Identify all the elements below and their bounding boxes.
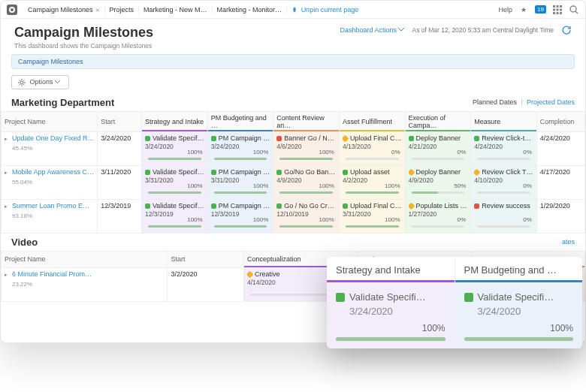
project-percent: 45.45% xyxy=(12,145,94,152)
completion-date: 1/29/2020 xyxy=(536,199,584,233)
zoom-task: Validate Specifi… xyxy=(349,291,426,303)
milestone-cell[interactable]: Upload asset4/2/2020100% xyxy=(343,168,402,197)
project-link[interactable]: 6 Minute Financial Promo Review for Micr… xyxy=(12,270,95,278)
help-link[interactable]: Help xyxy=(499,6,513,14)
milestone-cell[interactable]: PM Campaign P…12/3/2019100% xyxy=(211,202,270,231)
milestone-cell[interactable]: Populate Lists i…1/27/20200% xyxy=(409,202,468,231)
status-icon xyxy=(409,168,415,175)
notification-badge[interactable]: 19 xyxy=(535,5,546,14)
status-icon xyxy=(409,136,414,141)
zoom-col-header: Strategy and Intake xyxy=(327,257,455,282)
status-icon xyxy=(343,204,348,209)
stage-header[interactable]: Strategy and Intake xyxy=(142,111,208,131)
start-date: 3/11/2020 xyxy=(98,165,142,199)
chevron-down-icon xyxy=(55,80,60,84)
milestone-cell[interactable]: PM Campaign P…3/31/2020100% xyxy=(211,168,270,197)
status-icon xyxy=(145,170,150,175)
milestone-cell[interactable]: Validate Specifi…12/3/2019100% xyxy=(145,202,204,231)
progress-bar xyxy=(279,225,333,228)
progress-bar xyxy=(148,158,201,160)
dashboard-actions-menu[interactable]: Dashboard Actions xyxy=(340,26,404,34)
progress-bar xyxy=(214,158,267,160)
milestone-cell[interactable]: PM Campaign P…3/24/2020100% xyxy=(211,134,270,163)
progress-bar xyxy=(477,225,530,228)
milestone-cell[interactable]: Deploy Banner4/21/20200% xyxy=(409,134,468,163)
progress-bar xyxy=(214,225,267,228)
apps-icon[interactable] xyxy=(552,5,563,15)
expand-caret-icon[interactable]: ▸ xyxy=(5,272,8,278)
options-button[interactable]: Options xyxy=(11,75,69,89)
expand-caret-icon[interactable]: ▸ xyxy=(5,136,8,142)
project-link[interactable]: Summer Loan Promo Email xyxy=(12,202,95,210)
stage-header[interactable]: Measure xyxy=(471,111,537,131)
status-icon xyxy=(276,170,282,175)
completion-date: 4/17/2020 xyxy=(536,165,584,199)
milestone-table: Project NameStartStrategy and IntakePM B… xyxy=(1,111,585,234)
svg-rect-5 xyxy=(560,8,562,11)
progress-bar xyxy=(412,191,465,194)
tab-marketing-monitor[interactable]: Marketing - Monitor… xyxy=(213,6,288,14)
milestone-cell[interactable]: Validate Specifi…3/24/2020100% xyxy=(145,134,204,163)
zoom-percent: 100% xyxy=(422,323,446,333)
status-icon xyxy=(343,134,349,141)
status-icon xyxy=(474,204,479,209)
search-icon[interactable] xyxy=(569,5,579,15)
refresh-icon[interactable] xyxy=(561,25,572,35)
progress-bar xyxy=(346,225,399,228)
milestone-cell[interactable]: Review Click-th…4/24/20200% xyxy=(474,134,533,163)
svg-rect-7 xyxy=(557,12,559,14)
milestone-cell[interactable]: Go / No Go Cre…12/10/2019100% xyxy=(276,202,336,231)
status-icon xyxy=(474,168,480,175)
progress-bar xyxy=(412,225,465,228)
milestone-cell[interactable]: Go/No Go Bann…4/9/2020100% xyxy=(276,168,336,197)
project-link[interactable]: Mobile App Awareness Campaign xyxy=(12,168,95,176)
svg-rect-3 xyxy=(553,8,555,11)
progress-bar xyxy=(477,191,530,194)
milestone-cell[interactable]: Deploy Banner4/9/202050% xyxy=(409,168,468,197)
zoom-callout: Strategy and Intake Validate Specifi… 3/… xyxy=(327,257,582,348)
projected-dates-toggle[interactable]: ates xyxy=(562,238,575,246)
tab-projects[interactable]: Projects xyxy=(105,6,140,14)
stage-header[interactable]: Asset Fulfillment xyxy=(339,111,405,131)
zoom-percent: 100% xyxy=(550,323,573,333)
progress-bar xyxy=(279,191,333,194)
progress-bar xyxy=(279,158,333,160)
app-logo-icon xyxy=(7,5,17,15)
milestone-cell[interactable]: Upload Final Co…3/31/2020100% xyxy=(343,202,402,231)
stage-header[interactable]: Content Review an… xyxy=(273,111,340,131)
projected-dates-toggle[interactable]: Projected Dates xyxy=(527,98,575,106)
stage-header[interactable]: PM Budgeting and … xyxy=(207,111,273,131)
milestone-cell[interactable]: Review success0% xyxy=(474,202,533,231)
star-icon[interactable]: ★ xyxy=(518,5,529,15)
progress-bar xyxy=(346,191,399,194)
milestone-cell[interactable]: Banner Go / No…4/6/2020100% xyxy=(276,134,336,163)
milestone-cell[interactable]: Review Click Th…4/10/20200% xyxy=(474,168,533,197)
page-title: Campaign Milestones xyxy=(14,25,153,41)
svg-point-11 xyxy=(20,81,23,84)
gear-icon xyxy=(18,79,26,86)
status-square-icon xyxy=(464,293,473,302)
planned-dates-toggle[interactable]: Planned Dates xyxy=(473,98,522,106)
tab-marketing-new[interactable]: Marketing - New M… xyxy=(139,6,213,14)
unpin-link[interactable]: Unpin current page xyxy=(291,6,358,14)
expand-caret-icon[interactable]: ▸ xyxy=(5,170,8,176)
milestone-cell[interactable]: Validate Specifi…3/31/2020100% xyxy=(145,168,204,197)
milestone-cell[interactable]: Upload Final Co…4/13/20200% xyxy=(343,134,402,163)
col-start: Start xyxy=(168,251,244,267)
start-date: 3/24/2020 xyxy=(98,131,142,165)
tab-campaign-milestones[interactable]: Campaign Milestones xyxy=(23,6,105,14)
stage-header[interactable]: Execution of Campa… xyxy=(405,111,471,131)
status-icon xyxy=(145,136,150,141)
progress-bar xyxy=(214,191,267,194)
project-link[interactable]: Update One Day Fixed Rate Mortgage Banne… xyxy=(12,134,95,142)
status-icon xyxy=(276,204,282,209)
table-row: ▸Update One Day Fixed Rate Mortgage Bann… xyxy=(2,131,585,165)
status-square-icon xyxy=(336,293,345,302)
section-header: Marketing DepartmentPlanned DatesProject… xyxy=(1,94,585,111)
svg-rect-6 xyxy=(553,12,555,14)
page-subtitle: This dashboard shows the Campaign Milest… xyxy=(14,42,153,50)
col-completion: Completion xyxy=(536,111,584,131)
expand-caret-icon[interactable]: ▸ xyxy=(5,204,8,210)
col-project: Project Name xyxy=(2,251,168,267)
project-percent: 55.04% xyxy=(12,179,94,185)
